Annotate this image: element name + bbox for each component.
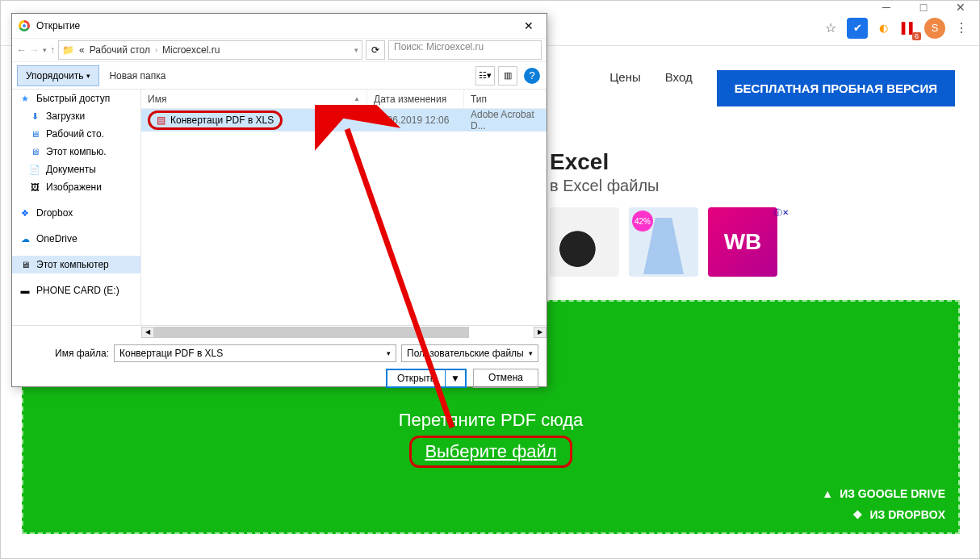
nav-images[interactable]: 🖼Изображени [12, 178, 140, 196]
documents-icon: 📄 [28, 163, 41, 176]
ad-strip: 42% WB ⓘ✕ [550, 207, 777, 277]
sort-indicator-icon: ▲ [354, 95, 360, 102]
filetype-filter[interactable]: Пользовательские файлы▾ [401, 344, 538, 362]
profile-avatar[interactable]: S [924, 18, 945, 39]
chevron-down-icon[interactable]: ▾ [354, 46, 358, 54]
organize-button[interactable]: Упорядочить▾ [17, 65, 99, 86]
chevron-down-icon: ▾ [529, 349, 533, 357]
nav-desktop[interactable]: 🖥Рабочий сто. [12, 125, 140, 143]
ad-dress[interactable]: 42% [629, 207, 698, 277]
extension-icon[interactable]: ◐ [873, 18, 894, 39]
star-icon: ★ [19, 92, 31, 105]
col-name-header[interactable]: Имя▲ [141, 90, 367, 108]
nav-up-button[interactable]: ↑ [50, 44, 55, 56]
gdrive-icon: ▲ [822, 487, 833, 500]
chevron-down-icon[interactable]: ▾ [387, 349, 391, 357]
nav-onedrive[interactable]: ☁OneDrive [12, 230, 140, 248]
file-list: Имя▲ Дата изменения Тип ▤ Конвертаци PDF… [141, 90, 547, 325]
page-title: Excel [550, 149, 609, 175]
scroll-right-button[interactable]: ▶ [534, 327, 547, 338]
bookmark-star-icon[interactable]: ☆ [819, 17, 842, 40]
adchoices-icon[interactable]: ⓘ✕ [774, 207, 789, 219]
nav-back-button[interactable]: ← [17, 44, 27, 56]
extension-icon[interactable]: ✔ [847, 18, 868, 39]
cancel-button[interactable]: Отмена [473, 369, 538, 388]
dialog-titlebar: Открытие ✕ [12, 14, 547, 38]
drop-instruction: Перетяните PDF сюда [399, 410, 584, 431]
ad-wb[interactable]: WB [708, 207, 777, 277]
free-trial-button[interactable]: БЕСПЛАТНАЯ ПРОБНАЯ ВЕРСИЯ [717, 70, 955, 106]
folder-icon: 📁 [62, 44, 74, 56]
chrome-icon [19, 20, 30, 31]
ad-shoe[interactable] [550, 207, 619, 277]
nav-documents[interactable]: 📄Документы [12, 161, 140, 178]
file-row-selected[interactable]: ▤ Конвертаци PDF в XLS 13.06.2019 12:06 … [141, 109, 547, 131]
scroll-left-button[interactable]: ◀ [141, 327, 154, 338]
prices-link[interactable]: Цены [609, 70, 641, 84]
login-link[interactable]: Вход [665, 70, 693, 84]
path-box[interactable]: 📁 « Рабочий стол › Microexcel.ru ▾ [58, 40, 362, 60]
help-icon[interactable]: ? [524, 68, 540, 84]
desktop-icon: 🖥 [28, 127, 41, 140]
dropbox-icon: ❖ [852, 508, 863, 521]
dialog-title: Открытие [36, 20, 80, 31]
pdf-file-icon: ▤ [157, 115, 165, 126]
dialog-close-button[interactable]: ✕ [517, 19, 540, 32]
dialog-path-bar: ← → ▾ ↑ 📁 « Рабочий стол › Microexcel.ru… [12, 38, 547, 62]
file-highlight: ▤ Конвертаци PDF в XLS [148, 111, 283, 130]
pc-icon: 🖥 [28, 145, 41, 158]
nav-recent-button[interactable]: ▾ [43, 46, 47, 54]
file-type: Adobe Acrobat D... [464, 109, 547, 131]
file-open-dialog: Открытие ✕ ← → ▾ ↑ 📁 « Рабочий стол › Mi… [11, 13, 547, 387]
breadcrumb-seg[interactable]: Рабочий стол [90, 44, 150, 56]
new-folder-button[interactable]: Новая папка [109, 70, 165, 81]
nav-forward-button[interactable]: → [30, 44, 40, 56]
horizontal-scrollbar[interactable]: ◀▶ [12, 325, 547, 338]
chevron-right-icon: › [155, 46, 157, 54]
breadcrumb-seg[interactable]: Microexcel.ru [162, 44, 220, 56]
nav-phone-card[interactable]: ▬PHONE CARD (E:) [12, 282, 140, 299]
column-headers: Имя▲ Дата изменения Тип [141, 90, 547, 109]
open-dropdown-button[interactable]: ▼ [446, 370, 465, 386]
nav-quick-access[interactable]: ★Быстрый доступ [12, 90, 140, 107]
close-button[interactable]: ✕ [942, 1, 979, 10]
nav-dropbox[interactable]: ❖Dropbox [12, 204, 140, 222]
col-type-header[interactable]: Тип [464, 90, 547, 108]
open-button[interactable]: Открыть▼ [386, 369, 467, 388]
cloud-sources: ▲ИЗ GOOGLE DRIVE ❖ИЗ DROPBOX [822, 479, 945, 521]
nav-thispc-pinned[interactable]: 🖥Этот компью. [12, 143, 140, 161]
minimize-button[interactable]: ─ [868, 1, 905, 10]
extension-icon-badge[interactable]: ▌▌ [898, 18, 919, 39]
images-icon: 🖼 [28, 181, 41, 194]
chrome-titlebar: ─ □ ✕ [1, 1, 979, 10]
search-input[interactable]: Поиск: Microexcel.ru [388, 40, 542, 60]
choose-file-link[interactable]: Выберите файл [409, 436, 572, 468]
from-gdrive[interactable]: ▲ИЗ GOOGLE DRIVE [822, 487, 945, 500]
file-date: 13.06.2019 12:06 [367, 115, 464, 126]
filename-input[interactable]: Конвертаци PDF в XLS▾ [114, 344, 396, 362]
scroll-thumb[interactable] [154, 327, 469, 338]
dialog-toolbar: Упорядочить▾ Новая папка ☷▾ ▥ ? [12, 62, 547, 90]
from-dropbox[interactable]: ❖ИЗ DROPBOX [822, 508, 945, 521]
dialog-body: ★Быстрый доступ ⬇Загрузки 🖥Рабочий сто. … [12, 90, 547, 325]
chrome-menu-icon[interactable]: ⋮ [950, 17, 973, 40]
nav-downloads[interactable]: ⬇Загрузки [12, 107, 140, 125]
maximize-button[interactable]: □ [905, 1, 942, 10]
dialog-footer: Имя файла: Конвертаци PDF в XLS▾ Пользов… [12, 338, 547, 394]
page-subtitle: в Excel файлы [550, 177, 659, 195]
refresh-button[interactable]: ⟳ [366, 40, 385, 60]
view-mode-button[interactable]: ☷▾ [475, 66, 495, 86]
col-date-header[interactable]: Дата изменения [367, 90, 464, 108]
downloads-icon: ⬇ [28, 110, 41, 123]
pc-icon: 🖥 [19, 258, 31, 271]
filename-label: Имя файла: [20, 348, 109, 359]
preview-pane-button[interactable]: ▥ [498, 66, 517, 86]
nav-this-pc[interactable]: 🖥Этот компьютер [12, 256, 140, 273]
drive-icon: ▬ [19, 284, 31, 297]
nav-tree: ★Быстрый доступ ⬇Загрузки 🖥Рабочий сто. … [12, 90, 141, 325]
file-name: Конвертаци PDF в XLS [170, 115, 274, 126]
onedrive-icon: ☁ [19, 232, 31, 245]
dropbox-icon: ❖ [19, 206, 31, 219]
